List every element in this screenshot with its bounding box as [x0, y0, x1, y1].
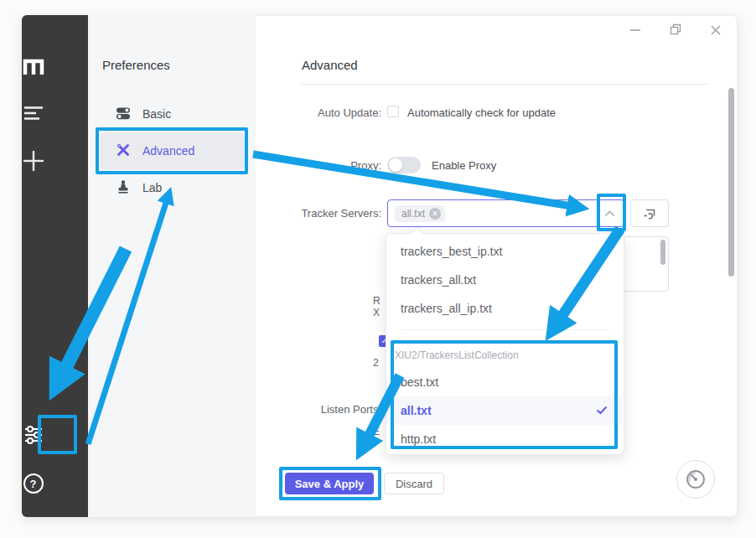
proxy-toggle-label: Enable Proxy — [432, 159, 496, 172]
auto-update-label: Auto Update: — [277, 106, 381, 119]
selected-tag-label: all.txt — [401, 208, 425, 220]
tracker-servers-select[interactable]: all.txt ✕ — [387, 199, 624, 227]
content-scrollbar[interactable] — [728, 88, 734, 277]
occluded-text-fragment: E — [373, 426, 380, 437]
close-button[interactable] — [705, 19, 727, 41]
sidebar-item-lab[interactable]: Lab — [101, 169, 245, 206]
auto-update-checkbox-label: Automatically check for update — [407, 106, 556, 119]
proxy-toggle[interactable] — [387, 157, 421, 173]
question-mark-icon: ? — [23, 473, 44, 494]
sidebar-item-label: Basic — [142, 107, 171, 121]
dropdown-group-divider — [401, 329, 609, 330]
annotation-box-chevron — [597, 194, 626, 231]
minimize-button[interactable] — [624, 19, 646, 41]
page-title: Advanced — [302, 58, 358, 72]
task-list-icon[interactable] — [0, 104, 66, 122]
motrix-logo — [0, 55, 66, 79]
annotation-box-advanced — [96, 127, 248, 174]
occluded-checkbox: ✓ — [379, 335, 386, 347]
add-task-icon[interactable] — [0, 150, 66, 172]
dropdown-option[interactable]: trackers_all.txt — [386, 266, 623, 294]
title-divider — [302, 84, 708, 85]
discard-button[interactable]: Discard — [384, 473, 444, 494]
help-button[interactable]: ? — [0, 473, 66, 494]
speed-limit-button[interactable] — [676, 460, 715, 499]
toggles-icon — [116, 106, 131, 123]
annotation-box-save-button — [279, 467, 381, 500]
occluded-text-fragment: 2 — [373, 357, 379, 369]
sidebar-item-label: Lab — [142, 181, 162, 194]
preferences-panel — [88, 15, 256, 517]
listen-ports-label: Listen Ports: — [277, 403, 381, 416]
selected-tag-chip: all.txt ✕ — [395, 205, 445, 222]
occluded-text-fragment: X — [373, 307, 380, 318]
annotation-box-dropdown-group — [391, 340, 618, 449]
sync-trackers-button[interactable] — [630, 199, 669, 227]
occluded-text-fragment: R — [373, 295, 381, 307]
dropdown-option[interactable]: trackers_best_ip.txt — [386, 237, 623, 266]
lab-stamp-icon — [116, 179, 131, 197]
toggle-knob — [389, 158, 402, 172]
proxy-label: Proxy: — [277, 159, 381, 172]
sync-icon — [642, 207, 657, 220]
dropdown-option[interactable]: trackers_all_ip.txt — [386, 294, 623, 323]
speedometer-icon — [684, 468, 707, 491]
screen: ? Preferences Basic Advanced — [0, 0, 756, 538]
textarea-scrollbar[interactable] — [660, 240, 665, 265]
restore-button[interactable] — [665, 18, 686, 40]
annotation-box-settings-icon — [38, 415, 77, 454]
tracker-servers-label: Tracker Servers: — [277, 207, 381, 220]
auto-update-checkbox[interactable] — [387, 106, 399, 117]
preferences-title: Preferences — [102, 58, 170, 72]
remove-tag-icon[interactable]: ✕ — [429, 208, 441, 220]
